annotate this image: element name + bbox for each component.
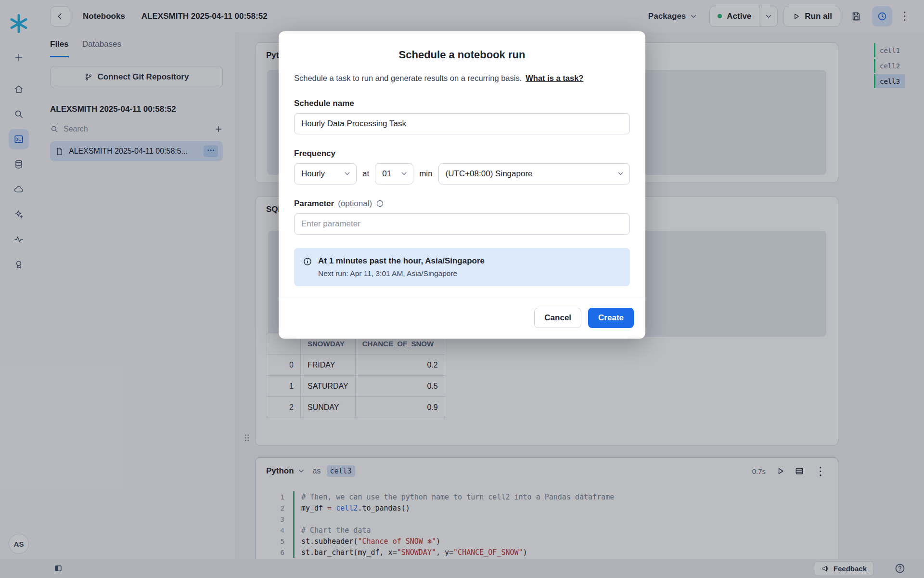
at-label: at: [362, 169, 369, 179]
schedule-modal: Schedule a notebook run Schedule a task …: [279, 31, 645, 339]
min-label: min: [419, 169, 432, 179]
cancel-button[interactable]: Cancel: [534, 308, 581, 328]
frequency-select[interactable]: Hourly: [294, 163, 357, 184]
schedule-info-banner: At 1 minutes past the hour, Asia/Singapo…: [294, 248, 630, 286]
info-icon: [303, 257, 312, 266]
modal-footer: Cancel Create: [279, 297, 645, 339]
chevron-down-icon: [343, 170, 351, 178]
modal-title: Schedule a notebook run: [294, 49, 630, 61]
notebook-app: AS Notebooks ALEXSMITH 2025-04-11 00:58:…: [0, 0, 924, 578]
info-banner-title: At 1 minutes past the hour, Asia/Singapo…: [318, 256, 485, 266]
minute-select[interactable]: 01: [375, 163, 413, 184]
info-banner-next-run: Next run: Apr 11, 3:01 AM, Asia/Singapor…: [318, 269, 485, 278]
modal-description: Schedule a task to run and generate resu…: [294, 73, 630, 84]
timezone-select[interactable]: (UTC+08:00) Singapore: [438, 163, 630, 184]
schedule-name-label: Schedule name: [294, 99, 630, 108]
frequency-row: Hourly at 01 min (UTC+08:00) Singapore: [294, 163, 630, 184]
parameter-label: Parameter (optional): [294, 199, 630, 209]
chevron-down-icon: [616, 170, 625, 178]
chevron-down-icon: [400, 170, 408, 178]
schedule-name-input[interactable]: [294, 113, 630, 134]
info-icon[interactable]: [376, 199, 384, 208]
create-button[interactable]: Create: [588, 308, 634, 328]
parameter-input[interactable]: [294, 213, 630, 235]
what-is-a-task-link[interactable]: What is a task?: [526, 74, 583, 82]
frequency-label: Frequency: [294, 149, 630, 158]
optional-label: (optional): [338, 199, 372, 209]
